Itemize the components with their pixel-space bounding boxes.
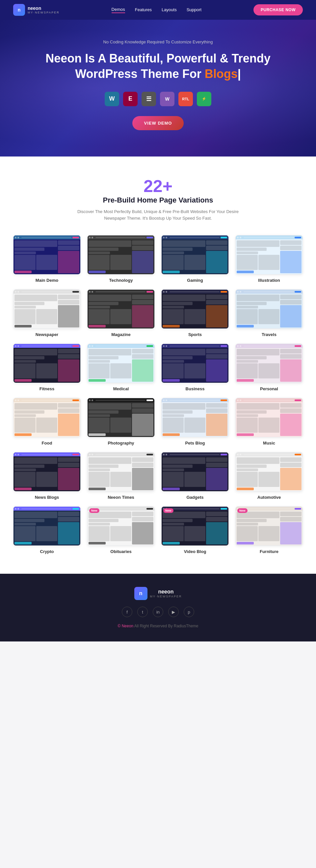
demo-label: Main Demo — [13, 278, 81, 283]
demo-label: Illustration — [235, 278, 303, 283]
demo-label: Gadgets — [161, 495, 229, 500]
footer-logo: n neeon MY·NEWSPAPER — [7, 587, 309, 600]
wordpress-icon: W — [105, 92, 119, 106]
demo-label: Newspaper — [13, 332, 81, 337]
demo-label: News Blogs — [13, 495, 81, 500]
section-title: Pre-Build Home Page Variations — [13, 196, 303, 205]
demo-label: Furniture — [235, 549, 303, 554]
demo-label: Obituaries — [87, 549, 155, 554]
logo-text: neeon — [28, 6, 60, 11]
hero-section: No Coding Knowledge Required To Customiz… — [0, 20, 316, 156]
navbar: n neeon MY·NEWSPAPER Demos Features Layo… — [0, 0, 316, 20]
logo-sub: MY·NEWSPAPER — [28, 11, 60, 14]
youtube-link[interactable]: ▶ — [168, 607, 179, 617]
demo-item[interactable]: Technology — [87, 235, 155, 283]
demo-label: Fitness — [13, 386, 81, 391]
demo-item[interactable]: Gaming — [161, 235, 229, 283]
demo-item[interactable]: News Blogs — [13, 452, 81, 500]
nav-demos[interactable]: Demos — [112, 7, 125, 13]
demo-label: Automotive — [235, 495, 303, 500]
demo-item[interactable]: Newspaper — [13, 289, 81, 337]
demo-item[interactable]: Business — [161, 344, 229, 391]
main-nav: Demos Features Layouts Support — [112, 7, 202, 13]
demo-item[interactable]: New — [87, 506, 155, 554]
linkedin-link[interactable]: in — [153, 607, 163, 617]
new-badge: New — [163, 508, 173, 513]
footer-logo-sub: MY·NEWSPAPER — [150, 595, 182, 598]
demo-label: Crypto — [13, 549, 81, 554]
footer-logo-text: neeon — [150, 589, 182, 595]
nav-layouts[interactable]: Layouts — [162, 7, 177, 13]
demo-item[interactable]: Travels — [235, 289, 303, 337]
demos-grid: Main Demo — [13, 235, 303, 554]
pinterest-link[interactable]: p — [184, 607, 194, 617]
demo-label: Pets Blog — [161, 441, 229, 445]
hero-icons: W E ☰ W RTL ⚡ — [13, 92, 303, 106]
demo-label: Medical — [87, 386, 155, 391]
woo-icon: ☰ — [142, 92, 156, 106]
demo-item[interactable]: Music — [235, 398, 303, 445]
footer-social: f t in ▶ p — [7, 607, 309, 617]
new-badge: New — [237, 508, 248, 513]
demo-item[interactable]: New — [161, 506, 229, 554]
demo-item[interactable]: Sports — [161, 289, 229, 337]
demo-label: Neeon Times — [87, 495, 155, 500]
demo-label: Gaming — [161, 278, 229, 283]
hero-subtitle: No Coding Knowledge Required To Customiz… — [13, 39, 303, 44]
demo-item[interactable]: New — [235, 506, 303, 554]
demo-label: Photography — [87, 441, 155, 445]
demo-item[interactable]: Personal — [235, 344, 303, 391]
section-description: Discover The Most Perfectly Build, Uniqu… — [76, 209, 240, 222]
footer-copyright: © Neeon All Right Reserved By RadiusThem… — [7, 624, 309, 628]
demo-label: Business — [161, 386, 229, 391]
demo-label: Video Blog — [161, 549, 229, 554]
demo-label: Music — [235, 441, 303, 445]
hero-title: Neeon Is A Beautiful, Powerful & Trendy … — [13, 51, 303, 82]
footer-logo-icon: n — [134, 587, 147, 600]
rtl-icon: RTL — [178, 92, 193, 106]
demo-item[interactable]: Gadgets — [161, 452, 229, 500]
demo-item[interactable]: Magazine — [87, 289, 155, 337]
demo-item[interactable]: Crypto — [13, 506, 81, 554]
footer: n neeon MY·NEWSPAPER f t in ▶ p © Neeon … — [0, 574, 316, 642]
demo-item[interactable]: Photography — [87, 398, 155, 445]
logo-icon: n — [13, 4, 25, 16]
demo-item[interactable]: Food — [13, 398, 81, 445]
nav-support[interactable]: Support — [186, 7, 202, 13]
hero-highlight: Blogs — [205, 67, 238, 81]
wc-icon: W — [160, 92, 174, 106]
demo-label: Food — [13, 441, 81, 445]
demo-item[interactable]: Main Demo — [13, 235, 81, 283]
demo-item[interactable]: Automotive — [235, 452, 303, 500]
logo: n neeon MY·NEWSPAPER — [13, 4, 60, 16]
demo-item[interactable]: Illustration — [235, 235, 303, 283]
facebook-link[interactable]: f — [122, 607, 132, 617]
demo-label: Personal — [235, 386, 303, 391]
amp-icon: ⚡ — [197, 92, 211, 106]
demo-item[interactable]: Fitness — [13, 344, 81, 391]
view-demo-button[interactable]: VIEW DEMO — [132, 116, 184, 130]
purchase-button[interactable]: PURCHASE NOW — [254, 4, 303, 16]
demo-item[interactable]: Neeon Times — [87, 452, 155, 500]
new-badge: New — [89, 508, 99, 513]
demo-label: Magazine — [87, 332, 155, 337]
demo-label: Technology — [87, 278, 155, 283]
twitter-link[interactable]: t — [137, 607, 148, 617]
nav-features[interactable]: Features — [135, 7, 152, 13]
elementor-icon: E — [123, 92, 138, 106]
demo-item[interactable]: Medical — [87, 344, 155, 391]
demo-label: Travels — [235, 332, 303, 337]
demo-label: Sports — [161, 332, 229, 337]
demos-section: 22+ Pre-Build Home Page Variations Disco… — [0, 156, 316, 574]
demos-count: 22+ — [13, 176, 303, 196]
demo-item[interactable]: Pets Blog — [161, 398, 229, 445]
